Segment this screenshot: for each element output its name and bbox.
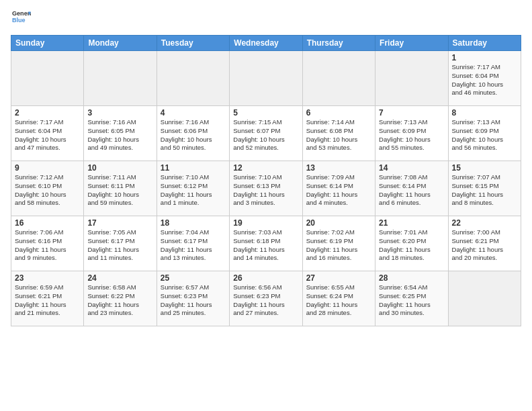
day-info: Sunrise: 6:59 AM Sunset: 6:21 PM Dayligh…: [15, 283, 80, 318]
day-number: 18: [161, 218, 226, 228]
day-info: Sunrise: 7:06 AM Sunset: 6:16 PM Dayligh…: [15, 228, 80, 263]
calendar-week-row: 2Sunrise: 7:17 AM Sunset: 6:04 PM Daylig…: [11, 106, 521, 161]
calendar-cell: [11, 51, 84, 106]
calendar-cell: 13Sunrise: 7:09 AM Sunset: 6:14 PM Dayli…: [302, 161, 375, 216]
weekday-header: Saturday: [448, 36, 521, 51]
calendar-cell: [448, 271, 521, 326]
calendar-cell: 5Sunrise: 7:15 AM Sunset: 6:07 PM Daylig…: [230, 106, 302, 161]
day-info: Sunrise: 7:17 AM Sunset: 6:04 PM Dayligh…: [452, 63, 517, 97]
day-number: 17: [87, 218, 152, 228]
logo-icon: General Blue: [12, 8, 31, 27]
calendar-cell: [375, 51, 448, 106]
calendar-cell: 10Sunrise: 7:11 AM Sunset: 6:11 PM Dayli…: [84, 161, 157, 216]
calendar-cell: 11Sunrise: 7:10 AM Sunset: 6:12 PM Dayli…: [157, 161, 229, 216]
day-info: Sunrise: 7:12 AM Sunset: 6:10 PM Dayligh…: [15, 173, 80, 208]
day-number: 16: [15, 218, 80, 228]
calendar-cell: [302, 51, 375, 106]
day-number: 5: [233, 108, 298, 118]
day-info: Sunrise: 7:00 AM Sunset: 6:21 PM Dayligh…: [452, 228, 517, 263]
calendar-cell: 3Sunrise: 7:16 AM Sunset: 6:05 PM Daylig…: [84, 106, 157, 161]
calendar-cell: 1Sunrise: 7:17 AM Sunset: 6:04 PM Daylig…: [448, 51, 521, 106]
calendar-cell: 26Sunrise: 6:56 AM Sunset: 6:23 PM Dayli…: [230, 271, 302, 326]
day-info: Sunrise: 7:08 AM Sunset: 6:14 PM Dayligh…: [379, 173, 444, 208]
day-number: 10: [87, 163, 152, 173]
calendar-cell: 18Sunrise: 7:04 AM Sunset: 6:17 PM Dayli…: [157, 216, 229, 271]
day-info: Sunrise: 7:10 AM Sunset: 6:12 PM Dayligh…: [161, 173, 226, 208]
day-number: 1: [452, 53, 517, 62]
day-info: Sunrise: 6:54 AM Sunset: 6:25 PM Dayligh…: [379, 283, 444, 318]
weekday-header: Thursday: [302, 36, 375, 51]
day-info: Sunrise: 7:07 AM Sunset: 6:15 PM Dayligh…: [452, 173, 517, 208]
calendar-cell: [230, 51, 302, 106]
calendar-cell: 8Sunrise: 7:13 AM Sunset: 6:09 PM Daylig…: [448, 106, 521, 161]
day-info: Sunrise: 7:05 AM Sunset: 6:17 PM Dayligh…: [87, 228, 152, 263]
day-number: 9: [15, 163, 80, 173]
weekday-header: Monday: [84, 36, 157, 51]
day-info: Sunrise: 7:15 AM Sunset: 6:07 PM Dayligh…: [233, 118, 298, 152]
weekday-header: Sunday: [11, 36, 84, 51]
calendar-cell: 24Sunrise: 6:58 AM Sunset: 6:22 PM Dayli…: [84, 271, 157, 326]
day-number: 14: [379, 163, 444, 173]
day-number: 22: [452, 218, 517, 228]
day-info: Sunrise: 7:17 AM Sunset: 6:04 PM Dayligh…: [15, 118, 80, 152]
day-number: 4: [161, 108, 226, 118]
day-number: 25: [161, 273, 226, 283]
day-number: 23: [15, 273, 80, 283]
day-info: Sunrise: 6:57 AM Sunset: 6:23 PM Dayligh…: [161, 283, 226, 318]
calendar-cell: 17Sunrise: 7:05 AM Sunset: 6:17 PM Dayli…: [84, 216, 157, 271]
calendar-cell: [157, 51, 229, 106]
calendar-cell: 6Sunrise: 7:14 AM Sunset: 6:08 PM Daylig…: [302, 106, 375, 161]
calendar-cell: 12Sunrise: 7:10 AM Sunset: 6:13 PM Dayli…: [230, 161, 302, 216]
day-number: 3: [87, 108, 152, 118]
calendar-header-row: SundayMondayTuesdayWednesdayThursdayFrid…: [11, 36, 521, 51]
calendar-week-row: 23Sunrise: 6:59 AM Sunset: 6:21 PM Dayli…: [11, 271, 521, 326]
calendar-cell: 22Sunrise: 7:00 AM Sunset: 6:21 PM Dayli…: [448, 216, 521, 271]
calendar-cell: 7Sunrise: 7:13 AM Sunset: 6:09 PM Daylig…: [375, 106, 448, 161]
day-number: 15: [452, 163, 517, 173]
logo: General Blue: [11, 8, 31, 30]
day-info: Sunrise: 7:03 AM Sunset: 6:18 PM Dayligh…: [233, 228, 298, 263]
calendar-cell: 28Sunrise: 6:54 AM Sunset: 6:25 PM Dayli…: [375, 271, 448, 326]
calendar-cell: 27Sunrise: 6:55 AM Sunset: 6:24 PM Dayli…: [302, 271, 375, 326]
day-info: Sunrise: 6:56 AM Sunset: 6:23 PM Dayligh…: [233, 283, 298, 318]
day-number: 8: [452, 108, 517, 118]
svg-text:General: General: [12, 10, 31, 17]
calendar-table: SundayMondayTuesdayWednesdayThursdayFrid…: [11, 35, 521, 326]
day-number: 19: [233, 218, 298, 228]
day-number: 7: [379, 108, 444, 118]
day-info: Sunrise: 7:13 AM Sunset: 6:09 PM Dayligh…: [379, 118, 444, 152]
day-number: 12: [233, 163, 298, 173]
calendar-cell: 23Sunrise: 6:59 AM Sunset: 6:21 PM Dayli…: [11, 271, 84, 326]
day-number: 20: [306, 218, 371, 228]
calendar-cell: 16Sunrise: 7:06 AM Sunset: 6:16 PM Dayli…: [11, 216, 84, 271]
day-number: 13: [306, 163, 371, 173]
calendar-cell: 19Sunrise: 7:03 AM Sunset: 6:18 PM Dayli…: [230, 216, 302, 271]
day-number: 24: [87, 273, 152, 283]
calendar-cell: 15Sunrise: 7:07 AM Sunset: 6:15 PM Dayli…: [448, 161, 521, 216]
day-info: Sunrise: 6:58 AM Sunset: 6:22 PM Dayligh…: [87, 283, 152, 318]
page-header: General Blue: [11, 8, 521, 30]
day-info: Sunrise: 7:09 AM Sunset: 6:14 PM Dayligh…: [306, 173, 371, 208]
day-info: Sunrise: 7:11 AM Sunset: 6:11 PM Dayligh…: [87, 173, 152, 208]
day-info: Sunrise: 7:02 AM Sunset: 6:19 PM Dayligh…: [306, 228, 371, 263]
calendar-cell: 21Sunrise: 7:01 AM Sunset: 6:20 PM Dayli…: [375, 216, 448, 271]
day-number: 11: [161, 163, 226, 173]
day-info: Sunrise: 7:01 AM Sunset: 6:20 PM Dayligh…: [379, 228, 444, 263]
day-info: Sunrise: 7:16 AM Sunset: 6:06 PM Dayligh…: [161, 118, 226, 152]
calendar-week-row: 1Sunrise: 7:17 AM Sunset: 6:04 PM Daylig…: [11, 51, 521, 106]
weekday-header: Tuesday: [157, 36, 229, 51]
calendar-cell: 9Sunrise: 7:12 AM Sunset: 6:10 PM Daylig…: [11, 161, 84, 216]
day-number: 28: [379, 273, 444, 283]
weekday-header: Wednesday: [230, 36, 302, 51]
calendar-cell: 4Sunrise: 7:16 AM Sunset: 6:06 PM Daylig…: [157, 106, 229, 161]
calendar-week-row: 16Sunrise: 7:06 AM Sunset: 6:16 PM Dayli…: [11, 216, 521, 271]
weekday-header: Friday: [375, 36, 448, 51]
calendar-week-row: 9Sunrise: 7:12 AM Sunset: 6:10 PM Daylig…: [11, 161, 521, 216]
day-number: 26: [233, 273, 298, 283]
day-number: 2: [15, 108, 80, 118]
calendar-cell: 2Sunrise: 7:17 AM Sunset: 6:04 PM Daylig…: [11, 106, 84, 161]
day-number: 6: [306, 108, 371, 118]
calendar-cell: [84, 51, 157, 106]
calendar-cell: 25Sunrise: 6:57 AM Sunset: 6:23 PM Dayli…: [157, 271, 229, 326]
day-info: Sunrise: 7:14 AM Sunset: 6:08 PM Dayligh…: [306, 118, 371, 152]
